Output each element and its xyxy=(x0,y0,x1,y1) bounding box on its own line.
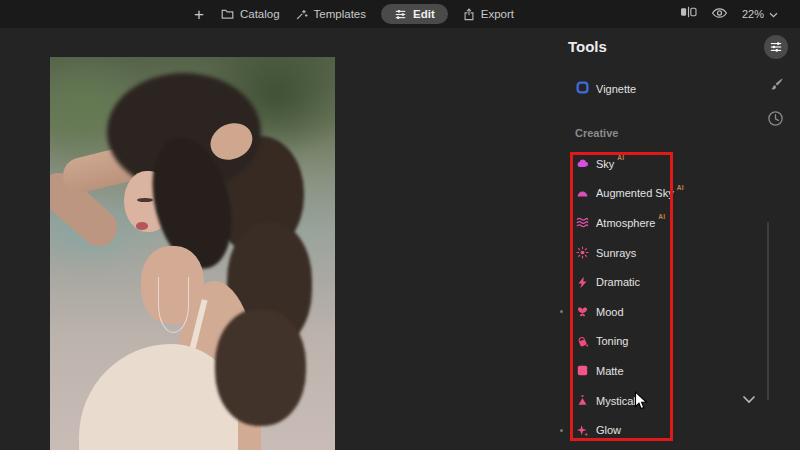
tool-item-sky[interactable]: SkyAI xyxy=(556,149,726,179)
share-export-icon xyxy=(463,8,475,21)
chevron-down-icon xyxy=(769,8,778,20)
zoom-level-value: 22% xyxy=(742,8,764,20)
tool-item-toning[interactable]: Toning xyxy=(556,327,726,357)
adjustments-rail-button[interactable] xyxy=(764,35,788,59)
photo-subject-eye xyxy=(137,198,153,202)
top-toolbar: + Catalog Templates Edit xyxy=(0,0,800,28)
edited-indicator-dot xyxy=(560,310,563,313)
tool-label: Mood xyxy=(596,306,624,318)
mystical-icon xyxy=(576,394,589,407)
catalog-tab[interactable]: Catalog xyxy=(221,8,280,20)
tool-item-augmented-sky[interactable]: Augmented SkyAI xyxy=(556,179,726,209)
templates-tab[interactable]: Templates xyxy=(295,8,366,21)
app-window: + Catalog Templates Edit xyxy=(0,0,800,450)
vignette-icon xyxy=(576,81,589,96)
preview-eye-icon[interactable] xyxy=(711,5,728,23)
mood-icon xyxy=(576,305,589,318)
tools-panel-title: Tools xyxy=(568,38,607,55)
tool-label: Augmented Sky xyxy=(596,187,674,199)
toning-icon xyxy=(576,335,589,348)
ai-badge: AI xyxy=(617,154,624,161)
export-label: Export xyxy=(481,8,514,20)
brush-rail-icon[interactable] xyxy=(768,77,784,93)
tool-label: Toning xyxy=(596,335,628,347)
tool-item-glow[interactable]: Glow xyxy=(556,415,726,445)
photo-subject-lips xyxy=(136,222,149,229)
tool-item-mood[interactable]: Mood xyxy=(556,297,726,327)
edit-sliders-icon xyxy=(394,9,407,20)
creative-tools-list: SkyAIAugmented SkyAIAtmosphereAISunraysD… xyxy=(556,149,726,445)
creative-section-label: Creative xyxy=(575,127,618,139)
tool-label: Glow xyxy=(596,424,621,436)
history-clock-icon[interactable] xyxy=(767,110,784,127)
dramatic-icon xyxy=(576,276,589,289)
panel-scrollbar[interactable] xyxy=(767,222,769,400)
folder-icon xyxy=(221,8,234,20)
tool-label: Sky xyxy=(596,158,614,170)
glow-icon xyxy=(576,424,589,437)
augmented-sky-icon xyxy=(576,187,589,200)
export-tab[interactable]: Export xyxy=(463,8,514,21)
tool-label: Sunrays xyxy=(596,247,636,259)
topbar-right-controls: 22% xyxy=(680,0,778,28)
tool-label: Dramatic xyxy=(596,276,640,288)
tool-label: Matte xyxy=(596,365,624,377)
zoom-level-dropdown[interactable]: 22% xyxy=(742,8,778,20)
add-button[interactable]: + xyxy=(192,6,206,23)
catalog-label: Catalog xyxy=(240,8,280,20)
scroll-down-chevron-icon[interactable] xyxy=(742,390,756,400)
tool-item-dramatic[interactable]: Dramatic xyxy=(556,267,726,297)
photo-subject-camisole xyxy=(79,344,239,450)
vignette-label: Vignette xyxy=(596,83,636,95)
atmosphere-icon xyxy=(576,216,589,229)
ai-badge: AI xyxy=(677,184,684,191)
ai-badge: AI xyxy=(658,213,665,220)
photo-canvas[interactable] xyxy=(50,57,335,450)
tool-item-vignette[interactable]: Vignette xyxy=(576,81,636,96)
matte-icon xyxy=(576,364,589,377)
sunrays-icon xyxy=(576,246,589,259)
photo-subject-hair xyxy=(215,309,306,427)
tool-item-atmosphere[interactable]: AtmosphereAI xyxy=(556,208,726,238)
edited-indicator-dot xyxy=(560,429,563,432)
tool-item-sunrays[interactable]: Sunrays xyxy=(556,238,726,268)
photo-subject-necklace xyxy=(158,277,189,333)
tool-label: Atmosphere xyxy=(596,217,655,229)
templates-label: Templates xyxy=(314,8,366,20)
tool-item-mystical[interactable]: Mystical xyxy=(556,386,726,416)
edit-tab-active[interactable]: Edit xyxy=(381,4,448,24)
edit-label: Edit xyxy=(413,8,435,20)
tool-item-matte[interactable]: Matte xyxy=(556,356,726,386)
tool-label: Mystical xyxy=(596,395,636,407)
compare-before-after-icon[interactable] xyxy=(680,5,697,23)
magic-wand-icon xyxy=(295,8,308,21)
main-nav: + Catalog Templates Edit xyxy=(192,0,514,28)
sky-cloud-icon xyxy=(576,157,589,170)
